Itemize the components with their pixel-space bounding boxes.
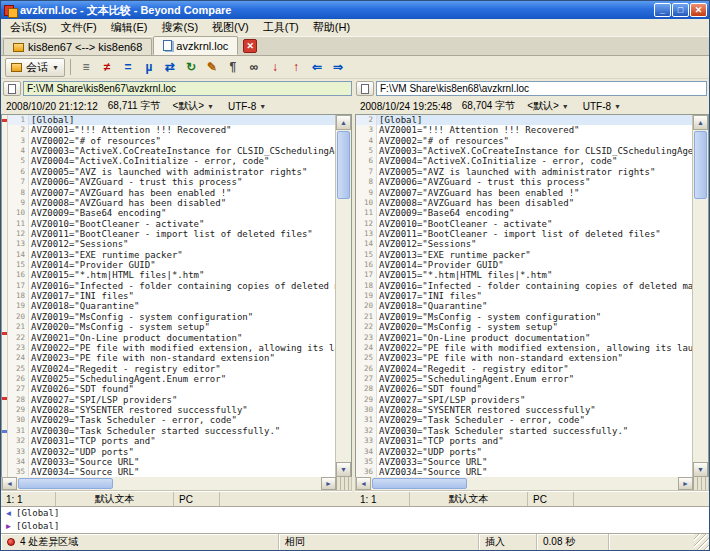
code-line[interactable]: 10AVZ0009="Base64 encoding"	[8, 208, 335, 218]
code-line[interactable]: 4AVZ0003="ActiveX.CoCreateInstance for C…	[8, 146, 335, 156]
menu-item[interactable]: 帮助(H)	[306, 18, 357, 37]
code-line[interactable]: 31AVZ0030="Task Scheduler started succes…	[8, 426, 335, 436]
code-line[interactable]: 22AVZ0021="On-Line product documentation…	[8, 333, 335, 343]
code-line[interactable]: 21AVZ0020="MsConfig - system setup"	[8, 322, 335, 332]
code-line[interactable]: 11AVZ0010="BootCleaner - activate"	[8, 219, 335, 229]
difference-mark[interactable]	[2, 119, 7, 122]
title-bar[interactable]: avzkrnl.loc - 文本比较 - Beyond Compare _ □ …	[1, 1, 709, 19]
tab-folder-session[interactable]: kis8en67 <--> kis8en68	[3, 38, 152, 55]
menu-item[interactable]: 视图(V)	[205, 18, 256, 37]
code-line[interactable]: 5AVZ0003="ActiveX.CoCreateInstance for C…	[356, 146, 692, 156]
code-line[interactable]: 35AVZ0033="Source URL"	[356, 457, 692, 467]
code-line[interactable]: 9AVZ0008="AVZGuard has been disabled"	[8, 198, 335, 208]
code-line[interactable]: 29AVZ0028="SYSENTER restored successfull…	[8, 405, 335, 415]
code-line[interactable]: 18AVZ0017="INI files"	[8, 291, 335, 301]
right-vertical-scrollbar[interactable]: ▲ ▼	[692, 115, 708, 477]
code-line[interactable]: 21AVZ0019="MsConfig - system configurati…	[356, 312, 692, 322]
code-line[interactable]: 8AVZ0007="AVZGuard has been enabled !"	[8, 188, 335, 198]
code-line[interactable]: 32AVZ0030="Task Scheduler started succes…	[356, 426, 692, 436]
code-line[interactable]: 18AVZ0016="Infected - folder containing …	[356, 281, 692, 291]
left-code-area[interactable]: 1[Global]2AVZ0001="!!! Attention !!! Rec…	[8, 115, 335, 477]
code-line[interactable]: 28AVZ0027="SPI/LSP providers"	[8, 395, 335, 405]
left-format-dropdown[interactable]: <默认> ▼	[170, 99, 216, 113]
left-vertical-scrollbar[interactable]: ▲ ▼	[335, 115, 351, 477]
code-line[interactable]: 31AVZ0029="Task Scheduler - error, code"	[356, 415, 692, 425]
left-hscroll-thumb[interactable]	[18, 478, 113, 489]
session-menu-button[interactable]: 会话 ▼	[5, 58, 65, 77]
code-line[interactable]: 3AVZ0002="# of resources"	[8, 136, 335, 146]
copy-to-left-icon[interactable]: ⇐	[307, 57, 327, 77]
code-line[interactable]: 19AVZ0017="INI files"	[356, 291, 692, 301]
left-encoding-dropdown[interactable]: UTF-8 ▼	[226, 101, 268, 112]
scroll-up-icon[interactable]: ▲	[336, 115, 351, 130]
code-line[interactable]: 27AVZ0025="SchedulingAgent.Enum error"	[356, 374, 692, 384]
code-line[interactable]: 23AVZ0022="PE file with modified extensi…	[8, 343, 335, 353]
reload-icon[interactable]: ↻	[181, 57, 201, 77]
difference-mark[interactable]	[2, 397, 7, 400]
code-line[interactable]: 12AVZ0011="BootCleaner - import list of …	[8, 229, 335, 239]
code-line[interactable]: 12AVZ0010="BootCleaner - activate"	[356, 219, 692, 229]
scroll-down-icon[interactable]: ▼	[336, 462, 351, 477]
code-line[interactable]: 30AVZ0028="SYSENTER restored successfull…	[356, 405, 692, 415]
right-format-dropdown[interactable]: <默认> ▼	[525, 99, 571, 113]
code-line[interactable]: 34AVZ0033="Source URL"	[8, 457, 335, 467]
code-line[interactable]: 3AVZ0001="!!! Attention !!! Recovered"	[356, 125, 692, 135]
code-line[interactable]: 25AVZ0024="Regedit - registry editor"	[8, 364, 335, 374]
right-hscroll-thumb[interactable]	[372, 478, 467, 489]
code-line[interactable]: 32AVZ0031="TCP ports and"	[8, 436, 335, 446]
swap-sides-icon[interactable]: ⇄	[160, 57, 180, 77]
menu-item[interactable]: 搜索(S)	[154, 18, 205, 37]
code-line[interactable]: 7AVZ0005="AVZ is launched with administr…	[356, 167, 692, 177]
code-line[interactable]: 13AVZ0012="Sessions"	[8, 239, 335, 249]
code-line[interactable]: 16AVZ0015="*.htm|HTML files|*.htm"	[8, 270, 335, 280]
show-differences-icon[interactable]: ≠	[97, 57, 117, 77]
next-difference-icon[interactable]: ↓	[265, 57, 285, 77]
left-path-field[interactable]: F:\VM Share\kis8en67\avzkrnl.loc	[23, 81, 352, 96]
code-line[interactable]: 36AVZ0034="Source URL"	[356, 467, 692, 477]
code-line[interactable]: 17AVZ0015="*.htm|HTML files|*.htm"	[356, 270, 692, 280]
code-line[interactable]: 24AVZ0022="PE file with modified extensi…	[356, 343, 692, 353]
code-line[interactable]: 34AVZ0032="UDP ports"	[356, 447, 692, 457]
code-line[interactable]: 6AVZ0005="AVZ is launched with administr…	[8, 167, 335, 177]
rules-icon[interactable]: ✎	[202, 57, 222, 77]
code-line[interactable]: 6AVZ0004="ActiveX.CoInitialize - error, …	[356, 156, 692, 166]
copy-to-right-icon[interactable]: ⇒	[328, 57, 348, 77]
code-line[interactable]: 2[Global]	[356, 115, 692, 125]
minimize-button[interactable]: _	[654, 3, 671, 17]
code-line[interactable]: 15AVZ0014="Provider GUID"	[8, 260, 335, 270]
minor-differences-icon[interactable]: µ	[139, 57, 159, 77]
left-vscroll-thumb[interactable]	[337, 131, 350, 199]
right-file-browse-button[interactable]	[356, 81, 374, 96]
scroll-left-icon[interactable]: ◄	[356, 477, 371, 490]
overview-strip[interactable]	[2, 115, 8, 477]
menu-item[interactable]: 会话(S)	[3, 18, 54, 37]
scroll-down-icon[interactable]: ▼	[693, 462, 708, 477]
code-line[interactable]: 20AVZ0018="Quarantine"	[356, 301, 692, 311]
code-line[interactable]: 28AVZ0026="SDT found"	[356, 384, 692, 394]
code-line[interactable]: 13AVZ0011="BootCleaner - import list of …	[356, 229, 692, 239]
scroll-left-icon[interactable]: ◄	[2, 477, 17, 490]
right-path-field[interactable]: F:\VM Share\kis8en68\avzkrnl.loc	[376, 81, 707, 96]
code-line[interactable]: 33AVZ0032="UDP ports"	[8, 447, 335, 457]
code-line[interactable]: 26AVZ0025="SchedulingAgent.Enum error"	[8, 374, 335, 384]
format-icon[interactable]: ¶	[223, 57, 243, 77]
right-vscroll-thumb[interactable]	[694, 131, 707, 199]
code-line[interactable]: 22AVZ0020="MsConfig - system setup"	[356, 322, 692, 332]
code-line[interactable]: 19AVZ0018="Quarantine"	[8, 301, 335, 311]
scroll-right-icon[interactable]: ►	[321, 477, 336, 490]
code-line[interactable]: 7AVZ0006="AVZGuard - trust this process"	[8, 177, 335, 187]
code-line[interactable]: 16AVZ0014="Provider GUID"	[356, 260, 692, 270]
code-line[interactable]: 1[Global]	[8, 115, 335, 125]
code-line[interactable]: 17AVZ0016="Infected - folder containing …	[8, 281, 335, 291]
code-line[interactable]: 14AVZ0012="Sessions"	[356, 239, 692, 249]
code-line[interactable]: 27AVZ0026="SDT found"	[8, 384, 335, 394]
code-line[interactable]: 2AVZ0001="!!! Attention !!! Recovered"	[8, 125, 335, 135]
view-all-icon[interactable]: ≡	[76, 57, 96, 77]
window-resize-grip[interactable]	[694, 534, 709, 550]
code-line[interactable]: 30AVZ0029="Task Scheduler - error, code"	[8, 415, 335, 425]
right-encoding-dropdown[interactable]: UTF-8 ▼	[581, 101, 623, 112]
code-line[interactable]: 9AVZ0007="AVZGuard has been enabled !"	[356, 188, 692, 198]
code-line[interactable]: 26AVZ0024="Regedit - registry editor"	[356, 364, 692, 374]
scroll-up-icon[interactable]: ▲	[693, 115, 708, 130]
find-icon[interactable]: ∞	[244, 57, 264, 77]
